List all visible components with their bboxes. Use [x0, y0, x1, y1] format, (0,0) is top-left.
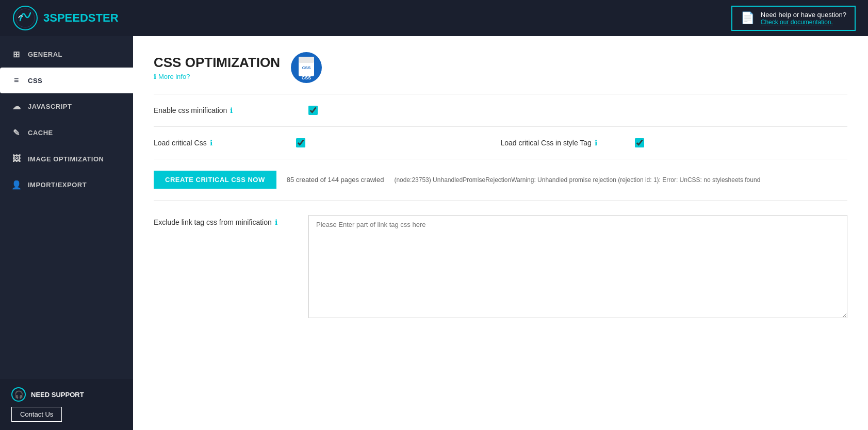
sidebar-support: 🎧 NEED SUPPORT Contact Us: [0, 379, 133, 430]
javascript-icon: ☁: [11, 102, 22, 111]
image-icon: 🖼: [11, 154, 22, 163]
sidebar-label-javascript: JAVASCRIPT: [28, 103, 72, 110]
svg-text:CSS: CSS: [302, 75, 312, 80]
load-critical-style-text: Load critical Css in style Tag: [501, 139, 592, 147]
svg-rect-4: [299, 57, 314, 63]
logo-text: 3SPEEDSTER: [43, 11, 119, 25]
load-critical-style-checkbox[interactable]: [635, 138, 644, 147]
css-nav-icon: ≡: [11, 76, 22, 85]
exclude-label-wrap: Exclude link tag css from minification ℹ: [154, 215, 288, 226]
exclude-label-text: Exclude link tag css from minification: [154, 218, 272, 226]
enable-css-minification-checkbox[interactable]: [308, 106, 318, 115]
header: 3SPEEDSTER 📄 Need help or have question?…: [0, 0, 868, 36]
sidebar-item-css[interactable]: ≡ CSS: [0, 68, 133, 93]
load-critical-css-checkbox[interactable]: [296, 138, 305, 147]
load-critical-text: Load critical Css: [154, 139, 207, 147]
sidebar-label-css: CSS: [28, 77, 42, 85]
more-info-link[interactable]: ℹ More info?: [154, 73, 280, 80]
logo-icon: [12, 5, 38, 31]
enable-css-check-wrap: [308, 106, 318, 115]
logo-area: 3SPEEDSTER: [12, 5, 119, 31]
sidebar-item-image-optimization[interactable]: 🖼 IMAGE OPTIMIZATION: [0, 146, 133, 172]
sidebar-label-image: IMAGE OPTIMIZATION: [28, 155, 104, 163]
crawl-status-text: 85 created of 144 pages crawled: [287, 176, 384, 184]
cache-icon: ✎: [11, 128, 22, 138]
contact-us-button[interactable]: Contact Us: [11, 407, 62, 422]
document-icon: 📄: [741, 11, 755, 25]
enable-css-label: Enable css minification ℹ: [154, 106, 308, 114]
enable-css-minification-row: Enable css minification ℹ: [154, 94, 847, 127]
sidebar-item-import-export[interactable]: 👤 IMPORT/EXPORT: [0, 172, 133, 198]
exclude-info-icon[interactable]: ℹ: [275, 218, 277, 226]
load-critical-label: Load critical Css ℹ: [154, 139, 293, 147]
sidebar-item-cache[interactable]: ✎ CACHE: [0, 120, 133, 146]
sidebar-nav: ⊞ GENERAL ≡ CSS ☁ JAVASCRIPT ✎ CACHE 🖼 I…: [0, 36, 133, 379]
page-title-area: CSS OPTIMIZATION ℹ More info? CSS CSS: [154, 52, 847, 94]
help-title: Need help or have question?: [761, 11, 846, 19]
info-circle-icon: ℹ: [154, 73, 156, 80]
svg-point-0: [13, 6, 37, 30]
sidebar-item-general[interactable]: ⊞ GENERAL: [0, 41, 133, 68]
support-title-area: 🎧 NEED SUPPORT: [11, 387, 122, 402]
more-info-label: More info?: [158, 73, 190, 80]
sidebar-label-general: GENERAL: [28, 51, 62, 58]
load-critical-style-info-icon[interactable]: ℹ: [595, 139, 597, 147]
create-critical-css-row: CREATE CRITICAL CSS NOW 85 created of 14…: [154, 159, 847, 201]
create-critical-css-button[interactable]: CREATE CRITICAL CSS NOW: [154, 171, 276, 189]
load-critical-info-icon[interactable]: ℹ: [210, 139, 212, 147]
header-help-box[interactable]: 📄 Need help or have question? Check our …: [731, 6, 856, 31]
error-message-text: (node:23753) UnhandledPromiseRejectionWa…: [394, 176, 847, 184]
help-doc-link[interactable]: Check our documentation.: [761, 19, 846, 26]
css-page-icon: CSS CSS: [290, 52, 322, 84]
sidebar: ⊞ GENERAL ≡ CSS ☁ JAVASCRIPT ✎ CACHE 🖼 I…: [0, 36, 133, 430]
main-layout: ⊞ GENERAL ≡ CSS ☁ JAVASCRIPT ✎ CACHE 🖼 I…: [0, 36, 868, 430]
support-title-label: NEED SUPPORT: [31, 391, 84, 399]
exclude-row: Exclude link tag css from minification ℹ: [154, 201, 847, 333]
load-critical-style-right: Load critical Css in style Tag ℹ: [501, 138, 848, 147]
headset-icon: 🎧: [11, 387, 26, 402]
load-critical-css-row: Load critical Css ℹ Load critical Css in…: [154, 127, 847, 159]
content-area: CSS OPTIMIZATION ℹ More info? CSS CSS: [133, 36, 868, 430]
sidebar-label-cache: CACHE: [28, 129, 53, 137]
import-export-icon: 👤: [11, 180, 22, 190]
enable-css-text: Enable css minification: [154, 106, 227, 114]
page-title: CSS OPTIMIZATION: [154, 55, 280, 71]
load-critical-left: Load critical Css ℹ: [154, 138, 501, 147]
svg-text:CSS: CSS: [302, 65, 311, 70]
general-icon: ⊞: [11, 49, 22, 59]
enable-css-info-icon[interactable]: ℹ: [230, 106, 233, 114]
load-critical-style-label: Load critical Css in style Tag ℹ: [501, 139, 625, 147]
sidebar-item-javascript[interactable]: ☁ JAVASCRIPT: [0, 93, 133, 120]
sidebar-label-import-export: IMPORT/EXPORT: [28, 181, 87, 189]
exclude-textarea[interactable]: [308, 215, 847, 318]
